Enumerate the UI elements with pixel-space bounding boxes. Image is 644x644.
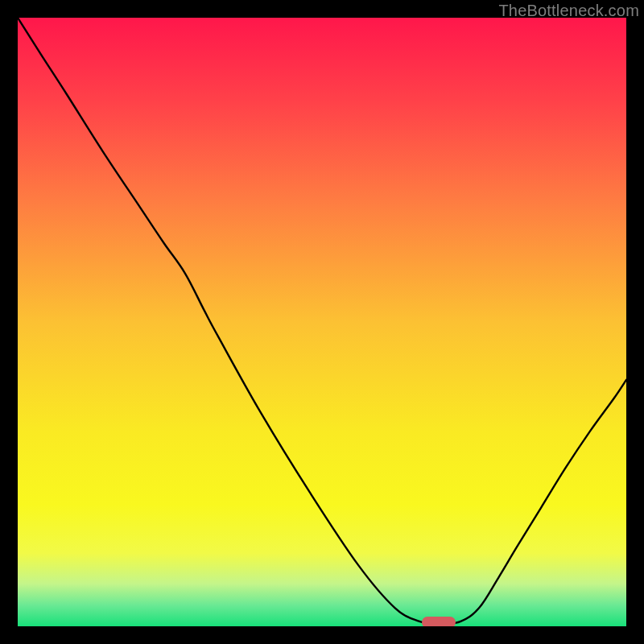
chart-canvas: TheBottleneck.com xyxy=(0,0,644,644)
bottleneck-curve xyxy=(18,18,626,626)
optimal-range-marker xyxy=(422,617,456,626)
watermark-text: TheBottleneck.com xyxy=(498,2,639,20)
plot-area xyxy=(18,18,626,626)
